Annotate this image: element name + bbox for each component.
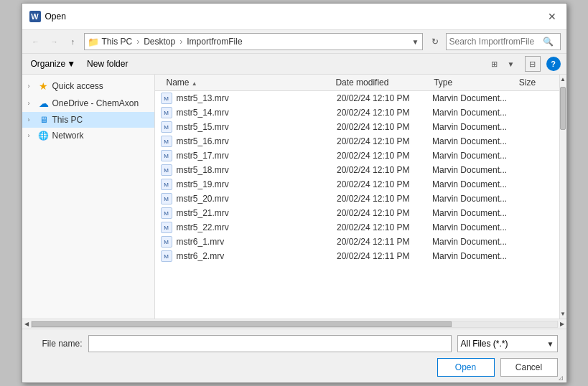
file-row[interactable]: M mstr5_16.mrv 20/02/24 12:10 PM Marvin … (155, 134, 559, 149)
file-row[interactable]: M mstr5_20.mrv 20/02/24 12:10 PM Marvin … (155, 192, 559, 206)
chevron-network: › (28, 132, 35, 139)
col-header-size[interactable]: Size (513, 75, 554, 90)
col-header-name[interactable]: Name ▲ (161, 75, 330, 90)
file-row[interactable]: M mstr5_22.mrv 20/02/24 12:10 PM Marvin … (155, 220, 559, 235)
filename-input[interactable] (88, 335, 452, 352)
scroll-up-button[interactable]: ▲ (559, 75, 567, 84)
search-box: 🔍 (446, 33, 561, 50)
breadcrumb-sep-2: › (179, 37, 182, 47)
refresh-button[interactable]: ↻ (427, 34, 443, 50)
filename-row: File name: All Files (*.*) ▼ (31, 335, 558, 352)
file-type: Marvin Document... (432, 222, 515, 232)
file-row[interactable]: M mstr6_2.mrv 20/02/24 12:11 PM Marvin D… (155, 249, 559, 263)
file-icon: M (161, 236, 172, 248)
view-toggle-button[interactable]: ⊞ (487, 56, 503, 72)
nav-label-onedrive: OneDrive - ChemAxon (52, 98, 139, 108)
file-icon: M (161, 164, 172, 176)
file-date: 20/02/24 12:10 PM (337, 122, 432, 132)
address-bar[interactable]: 📁 This PC › Desktop › ImportfromFile ▼ (84, 33, 423, 50)
file-row[interactable]: M mstr5_19.mrv 20/02/24 12:10 PM Marvin … (155, 177, 559, 192)
file-date: 20/02/24 12:10 PM (337, 179, 432, 189)
sort-arrow: ▲ (192, 80, 197, 87)
new-folder-button[interactable]: New folder (84, 57, 131, 70)
file-icon: M (161, 121, 172, 133)
file-list-scroll[interactable]: M mstr5_13.mrv 20/02/24 12:10 PM Marvin … (155, 91, 559, 319)
breadcrumb-part-3: ImportfromFile (187, 37, 242, 47)
file-row[interactable]: M mstr5_13.mrv 20/02/24 12:10 PM Marvin … (155, 91, 559, 105)
file-name: mstr6_1.mrv (177, 237, 337, 247)
help-button[interactable]: ? (546, 57, 561, 71)
file-icon: M (161, 250, 172, 262)
main-content: › ★ Quick access › ☁ OneDrive - ChemAxon… (22, 75, 566, 319)
forward-button[interactable]: → (47, 34, 62, 50)
breadcrumb-sep-1: › (136, 37, 139, 47)
file-row[interactable]: M mstr6_1.mrv 20/02/24 12:11 PM Marvin D… (155, 235, 559, 249)
file-type: Marvin Document... (432, 237, 515, 247)
file-type: Marvin Document... (432, 122, 515, 132)
organize-label: Organize (31, 59, 66, 69)
breadcrumb-part-1: This PC (102, 37, 133, 47)
scroll-down-button[interactable]: ▼ (559, 309, 567, 319)
file-row[interactable]: M mstr5_21.mrv 20/02/24 12:10 PM Marvin … (155, 206, 559, 220)
h-scroll-track[interactable] (31, 321, 558, 328)
cloud-icon: ☁ (38, 98, 50, 109)
file-list-container: Name ▲ Date modified Type Size M mstr5_1… (155, 75, 559, 319)
nav-item-quick-access[interactable]: › ★ Quick access (22, 77, 154, 95)
file-date: 20/02/24 12:10 PM (337, 136, 432, 146)
open-button[interactable]: Open (437, 358, 495, 377)
nav-item-network[interactable]: › 🌐 Network (22, 128, 154, 143)
file-name: mstr5_21.mrv (177, 208, 337, 218)
search-input[interactable] (449, 37, 543, 47)
filetype-dropdown-arrow: ▼ (547, 340, 554, 348)
file-type: Marvin Document... (432, 136, 515, 146)
address-dropdown-arrow[interactable]: ▼ (412, 38, 419, 46)
col-header-type[interactable]: Type (428, 75, 513, 90)
up-button[interactable]: ↑ (65, 34, 81, 50)
h-scroll-right-button[interactable]: ▶ (558, 321, 566, 327)
horizontal-scrollbar[interactable]: ◀ ▶ (22, 319, 566, 329)
h-scroll-left-button[interactable]: ◀ (22, 321, 31, 327)
file-icon: M (161, 136, 172, 147)
star-icon: ★ (38, 80, 50, 92)
search-icon: 🔍 (543, 37, 554, 47)
file-name: mstr5_20.mrv (177, 194, 337, 204)
file-icon: M (161, 193, 172, 204)
h-scroll-thumb[interactable] (32, 321, 452, 327)
nav-item-onedrive[interactable]: › ☁ OneDrive - ChemAxon (22, 95, 154, 112)
file-row[interactable]: M mstr5_15.mrv 20/02/24 12:10 PM Marvin … (155, 120, 559, 134)
file-name: mstr5_14.mrv (177, 108, 337, 118)
bottom-area: File name: All Files (*.*) ▼ Open Cancel (22, 329, 566, 382)
close-button[interactable]: ✕ (545, 9, 559, 24)
file-date: 20/02/24 12:10 PM (337, 222, 432, 232)
back-button[interactable]: ← (28, 34, 44, 50)
chevron-this-pc: › (28, 116, 35, 123)
resize-handle[interactable]: ⊿ (558, 374, 566, 382)
file-type: Marvin Document... (432, 151, 515, 161)
file-type: Marvin Document... (432, 251, 515, 261)
nav-item-this-pc[interactable]: › 🖥 This PC (22, 112, 154, 128)
file-name: mstr5_18.mrv (177, 165, 337, 175)
file-date: 20/02/24 12:11 PM (337, 237, 432, 247)
file-name: mstr5_17.mrv (177, 151, 337, 161)
chevron-quick-access: › (28, 83, 35, 90)
word-icon: W (29, 11, 41, 22)
nav-label-quick-access: Quick access (52, 81, 103, 91)
file-type: Marvin Document... (432, 108, 515, 118)
col-header-date[interactable]: Date modified (330, 75, 428, 90)
file-type: Marvin Document... (432, 93, 515, 103)
scroll-thumb[interactable] (560, 87, 566, 130)
organize-button[interactable]: Organize ▼ (28, 57, 79, 70)
file-row[interactable]: M mstr5_18.mrv 20/02/24 12:10 PM Marvin … (155, 163, 559, 177)
preview-pane-button[interactable]: ⊟ (525, 56, 541, 72)
right-scrollbar[interactable]: ▲ ▼ (559, 75, 566, 319)
file-type: Marvin Document... (432, 165, 515, 175)
file-name: mstr5_22.mrv (177, 222, 337, 232)
file-row[interactable]: M mstr5_17.mrv 20/02/24 12:10 PM Marvin … (155, 149, 559, 163)
cancel-button[interactable]: Cancel (500, 358, 558, 377)
filetype-select[interactable]: All Files (*.*) ▼ (457, 335, 558, 352)
pc-icon: 🖥 (38, 115, 50, 125)
view-dropdown-button[interactable]: ▼ (503, 56, 519, 72)
file-type: Marvin Document... (432, 194, 515, 204)
file-row[interactable]: M mstr5_14.mrv 20/02/24 12:10 PM Marvin … (155, 105, 559, 120)
file-list-header: Name ▲ Date modified Type Size (155, 75, 559, 91)
